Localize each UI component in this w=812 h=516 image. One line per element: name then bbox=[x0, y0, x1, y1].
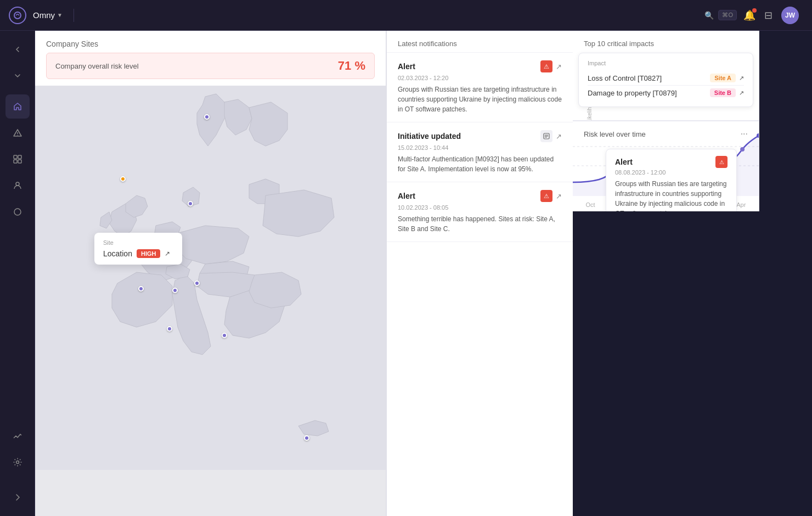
map-panel-header: Company Sites bbox=[35, 31, 386, 53]
impact-item-1: Loss of Control [T0827] Site A ↗ bbox=[588, 71, 744, 85]
sidebar-item-circle[interactable] bbox=[5, 200, 30, 224]
svg-rect-4 bbox=[18, 155, 21, 159]
notification-badge bbox=[752, 8, 757, 13]
logo-icon[interactable] bbox=[9, 7, 26, 24]
sidebar-item-alerts[interactable] bbox=[5, 121, 30, 145]
nav-icons: 🔔 ⊟ JW bbox=[743, 7, 799, 24]
sidebar bbox=[0, 31, 35, 516]
impact-item-2: Damage to property [T0879] Site B ↗ bbox=[588, 85, 744, 100]
map-panel: Company Sites Company overall risk level… bbox=[35, 31, 386, 516]
search-icon: 🔍 bbox=[704, 11, 714, 20]
impact2-link-icon[interactable]: ↗ bbox=[739, 89, 744, 97]
notif1-link-icon[interactable]: ↗ bbox=[556, 63, 562, 71]
sidebar-item-expand[interactable] bbox=[5, 64, 30, 88]
keyboard-shortcut: ⌘O bbox=[718, 10, 737, 20]
site-b-badge[interactable]: Site B bbox=[710, 88, 736, 97]
map-dot-9[interactable] bbox=[222, 333, 227, 338]
svg-point-7 bbox=[16, 182, 19, 186]
impacts-panel: Top 10 critical impacts Impact Loss of C… bbox=[573, 31, 759, 121]
notifications-icon[interactable]: 🔔 bbox=[743, 9, 755, 21]
svg-rect-6 bbox=[18, 160, 21, 163]
middle-column: Top 10 critical impacts Impact Loss of C… bbox=[573, 31, 759, 211]
init-badge bbox=[540, 130, 552, 142]
risk-banner: Company overall risk level 71 % bbox=[46, 53, 375, 79]
notifications-panel: Latest notifications Alert ⚠ ↗ 02.03.202… bbox=[386, 31, 573, 516]
sidebar-item-back[interactable] bbox=[5, 37, 30, 61]
notif2-link-icon[interactable]: ↗ bbox=[556, 132, 562, 141]
site-a-badge[interactable]: Site A bbox=[710, 74, 736, 82]
map-dot-8[interactable] bbox=[167, 326, 172, 332]
content-area: Company Sites Company overall risk level… bbox=[35, 31, 759, 516]
impact1-link-icon[interactable]: ↗ bbox=[739, 75, 744, 82]
map-dot-7[interactable] bbox=[194, 281, 200, 286]
notifications-header: Latest notifications bbox=[387, 31, 573, 53]
top-navigation: Omny ▼ 🔍 ⌘O 🔔 ⊟ JW bbox=[0, 0, 812, 31]
sidebar-expand-button[interactable] bbox=[5, 485, 30, 509]
main-layout: Company Sites Company overall risk level… bbox=[0, 31, 812, 516]
impact-popup: Impact Loss of Control [T0827] Site A ↗ … bbox=[578, 53, 753, 107]
sidebar-item-home[interactable] bbox=[5, 94, 30, 119]
svg-point-8 bbox=[14, 209, 21, 215]
sidebar-item-settings[interactable] bbox=[5, 450, 30, 474]
nav-divider bbox=[74, 9, 74, 22]
sidebar-item-trending[interactable] bbox=[5, 424, 30, 448]
brand-chevron-icon: ▼ bbox=[57, 12, 63, 18]
svg-rect-5 bbox=[14, 160, 17, 163]
brand-name[interactable]: Omny ▼ bbox=[33, 10, 63, 20]
user-avatar[interactable]: JW bbox=[781, 7, 799, 24]
impacts-title: Top 10 critical impacts bbox=[573, 31, 759, 52]
svg-rect-3 bbox=[14, 155, 17, 159]
map-dot-3[interactable] bbox=[188, 201, 193, 206]
alert-badge-3: ⚠ bbox=[540, 190, 552, 202]
map-dot-1[interactable] bbox=[204, 114, 210, 120]
sidebar-item-users[interactable] bbox=[5, 173, 30, 198]
map-dot-6[interactable] bbox=[172, 288, 178, 293]
map-dot-10[interactable] bbox=[304, 435, 309, 441]
map-dot-5[interactable] bbox=[138, 286, 144, 291]
chart-alert-popup: Alert ⚠ 08.08.2023 - 12:00 Groups with R… bbox=[606, 149, 737, 211]
chart-alert-badge: ⚠ bbox=[715, 156, 728, 168]
svg-point-24 bbox=[740, 147, 745, 152]
tooltip-arrow-icon[interactable]: ↗ bbox=[165, 250, 170, 257]
notif3-link-icon[interactable]: ↗ bbox=[556, 192, 562, 200]
svg-point-2 bbox=[17, 134, 18, 135]
svg-point-9 bbox=[16, 461, 19, 464]
europe-map bbox=[35, 86, 386, 470]
map-dot-2[interactable] bbox=[120, 176, 126, 182]
site-tooltip: Site Location HIGH ↗ bbox=[94, 233, 182, 265]
sidebar-item-grid[interactable] bbox=[5, 147, 30, 171]
risk-chart-panel: Risk level over time ··· Alert ⚠ 08.08.2… bbox=[573, 121, 759, 211]
search-area[interactable]: 🔍 ⌘O bbox=[704, 10, 737, 20]
notification-item-1: Alert ⚠ ↗ 02.03.2023 - 12:20 Groups with… bbox=[387, 53, 573, 122]
notification-item-3: Alert ⚠ ↗ 10.02.2023 - 08:05 Something t… bbox=[387, 182, 573, 242]
notification-item-2: Initiative updated ↗ 15.0 bbox=[387, 122, 573, 182]
bookmarks-icon[interactable]: ⊟ bbox=[764, 9, 772, 21]
svg-point-0 bbox=[14, 12, 21, 19]
alert-badge-1: ⚠ bbox=[540, 60, 552, 72]
